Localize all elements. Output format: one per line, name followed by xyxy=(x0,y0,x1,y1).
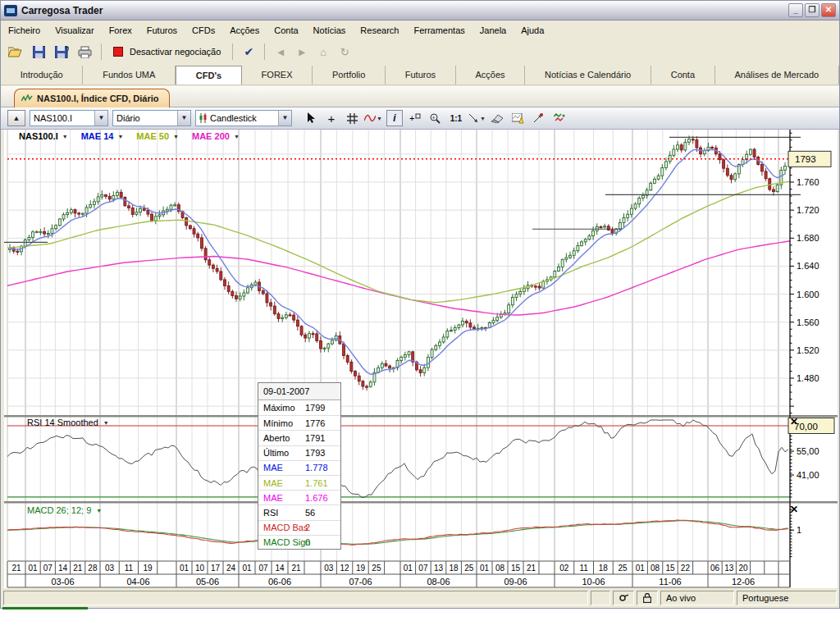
menu-ficheiro[interactable]: Ficheiro xyxy=(1,21,48,40)
lock-icon[interactable] xyxy=(637,591,658,605)
minimize-button[interactable]: _ xyxy=(788,3,803,17)
chart-alert-icon[interactable] xyxy=(510,110,527,126)
tab-introdu-o[interactable]: Introdução xyxy=(1,66,83,84)
chart-document-tab[interactable]: NAS100.I, Índice CFD, Diário xyxy=(14,89,170,107)
chart-type-select[interactable]: Candlestick ▼ xyxy=(195,110,292,126)
open-icon[interactable] xyxy=(6,42,25,62)
chevron-down-icon[interactable]: ▼ xyxy=(96,508,102,514)
restore-button[interactable]: ❐ xyxy=(805,3,819,17)
chart-toolbar: ▲ NAS100.I▼ Diário▼ Candlestick ▼ + ▼ i … xyxy=(1,107,839,130)
status-bar: Ao vivo Portuguese xyxy=(1,588,839,608)
crosshair-icon[interactable]: + xyxy=(323,110,340,126)
back-icon[interactable]: ◄ xyxy=(272,46,290,58)
tab-ac-es[interactable]: Acções xyxy=(456,66,526,84)
save-as-icon[interactable]: ? xyxy=(52,42,71,62)
collapse-button[interactable]: ▲ xyxy=(7,110,25,126)
language-indicator[interactable]: Portuguese xyxy=(737,591,837,605)
cursor-icon[interactable] xyxy=(303,110,319,126)
menu-ajuda[interactable]: Ajuda xyxy=(514,21,551,40)
symbol-select[interactable]: NAS100.I▼ xyxy=(30,110,108,126)
svg-text:+: + xyxy=(409,113,414,123)
svg-text:1.680: 1.680 xyxy=(797,233,819,243)
app-icon xyxy=(4,5,17,16)
tab-conta[interactable]: Conta xyxy=(651,66,715,84)
legend-nas100-i[interactable]: NAS100.I▼ xyxy=(19,131,68,141)
svg-text:07: 07 xyxy=(43,564,53,573)
svg-text:1.520: 1.520 xyxy=(797,345,819,355)
application-window: Carregosa Trader _ ❐ ✕ FicheiroVisualiza… xyxy=(0,0,840,609)
chevron-down-icon[interactable]: ▼ xyxy=(94,111,107,126)
rsi-pane-close-button[interactable]: ✕ xyxy=(788,416,801,429)
svg-text:01: 01 xyxy=(636,564,646,573)
menu-visualizar[interactable]: Visualizar xyxy=(48,21,102,40)
menu-notícias[interactable]: Notícias xyxy=(306,21,354,40)
stop-trading-label[interactable]: Desactivar negociação xyxy=(130,47,221,57)
forward-icon[interactable]: ► xyxy=(293,46,311,58)
chevron-down-icon[interactable]: ▼ xyxy=(103,420,109,426)
refresh-icon[interactable]: ↻ xyxy=(336,46,354,58)
toolbar: ? Desactivar negociação ✔ ◄ ► ⌂ ↻ xyxy=(1,40,839,63)
tab-not-cias-e-calend-rio[interactable]: Notícias e Calendário xyxy=(525,66,651,84)
chevron-down-icon[interactable]: ▼ xyxy=(278,111,291,126)
tab-an-lises-de-mercado[interactable]: Análises de Mercado xyxy=(715,66,839,84)
grid-icon[interactable] xyxy=(344,110,360,126)
window-title: Carregosa Trader xyxy=(21,5,788,16)
add-pane-icon[interactable]: + xyxy=(407,110,423,126)
svg-text:04-06: 04-06 xyxy=(126,577,149,587)
macd-pane-close-button[interactable]: ✕ xyxy=(788,504,801,517)
menu-ferramentas[interactable]: Ferramentas xyxy=(406,21,472,40)
tab-forex[interactable]: FOREX xyxy=(242,66,313,84)
legend-mae-14[interactable]: MAE 14▼ xyxy=(81,131,124,141)
menu-futuros[interactable]: Futuros xyxy=(139,21,185,40)
tooltip-row: Máximo1799 xyxy=(258,400,340,415)
tab-fundos-uma[interactable]: Fundos UMA xyxy=(83,66,176,84)
menu-forex[interactable]: Forex xyxy=(102,21,139,40)
tooltip-row: Aberto1791 xyxy=(258,430,340,445)
svg-text:09-06: 09-06 xyxy=(504,577,527,587)
legend-mae-50[interactable]: MAE 50▼ xyxy=(136,131,179,141)
menu-acções[interactable]: Acções xyxy=(222,21,267,40)
svg-text:11-06: 11-06 xyxy=(659,577,681,587)
price-chart[interactable]: 1.7601.7201.6801.6401.6001.5601.5201.480… xyxy=(4,130,838,588)
tab-portfolio[interactable]: Portfolio xyxy=(313,66,386,84)
tab-cfd-s[interactable]: CFD's xyxy=(176,66,242,84)
svg-text:06-06: 06-06 xyxy=(268,577,291,587)
svg-text:1.640: 1.640 xyxy=(797,261,819,271)
svg-text:07: 07 xyxy=(258,564,268,573)
info-icon[interactable]: i xyxy=(386,110,403,126)
menu-research[interactable]: Research xyxy=(353,21,406,40)
trendline-icon[interactable]: ▼ xyxy=(468,110,486,126)
menu-bar: FicheiroVisualizarForexFuturosCFDsAcções… xyxy=(1,21,839,40)
zoom-icon[interactable]: + xyxy=(427,110,444,126)
confirm-icon[interactable]: ✔ xyxy=(240,45,258,58)
home-icon[interactable]: ⌂ xyxy=(314,46,332,58)
indicator-wave-icon[interactable]: ▼ xyxy=(364,110,382,126)
live-status: Ao vivo xyxy=(660,591,734,605)
menu-cfds[interactable]: CFDs xyxy=(185,21,222,40)
menu-conta[interactable]: Conta xyxy=(267,21,305,40)
legend-mae-200[interactable]: MAE 200▼ xyxy=(192,131,240,141)
measure-icon[interactable] xyxy=(531,110,547,126)
svg-text:18: 18 xyxy=(599,564,609,573)
svg-text:07-06: 07-06 xyxy=(349,577,372,587)
chart-document-tab-label: NAS100.I, Índice CFD, Diário xyxy=(37,94,159,103)
close-button[interactable]: ✕ xyxy=(821,3,836,17)
one-to-one-icon[interactable]: 1:1 xyxy=(448,110,464,126)
stop-trading-icon[interactable] xyxy=(113,47,123,57)
period-select[interactable]: Diário▼ xyxy=(112,110,191,126)
rsi-pane-label[interactable]: RSI 14 Smoothed▼ xyxy=(27,418,109,427)
indicators-color-icon[interactable] xyxy=(551,110,568,126)
connection-icon[interactable] xyxy=(613,591,634,605)
chart-legend: NAS100.I▼MAE 14▼MAE 50▼MAE 200▼ xyxy=(19,131,240,141)
chevron-down-icon[interactable]: ▼ xyxy=(177,111,190,126)
print-icon[interactable] xyxy=(75,42,94,62)
macd-pane-label[interactable]: MACD 26; 12; 9▼ xyxy=(27,505,102,515)
toolbar-separator xyxy=(232,43,233,60)
tab-futuros[interactable]: Futuros xyxy=(386,66,456,84)
eraser-icon[interactable] xyxy=(490,110,506,126)
tooltip-row: MAE1.761 xyxy=(258,475,340,490)
save-icon[interactable] xyxy=(29,42,48,62)
menu-janela[interactable]: Janela xyxy=(472,21,514,40)
svg-text:01: 01 xyxy=(242,564,252,573)
tooltip-row: RSI56 xyxy=(258,504,340,519)
